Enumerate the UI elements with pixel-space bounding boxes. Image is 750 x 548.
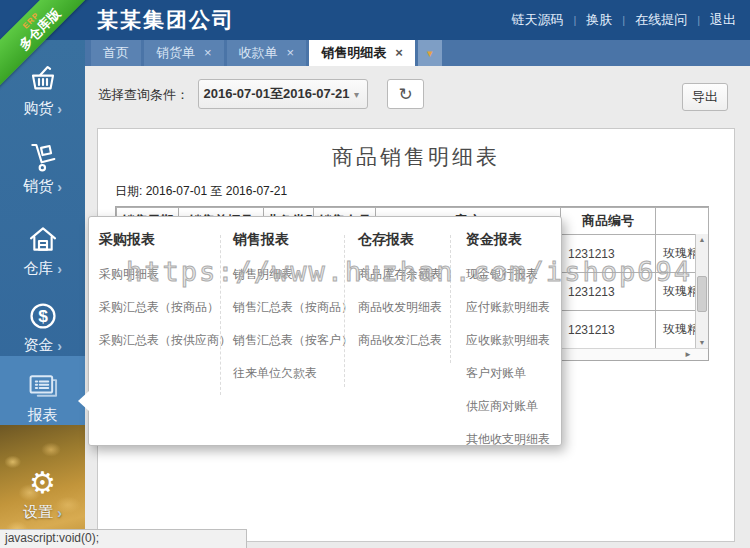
col-header-product-name (656, 208, 709, 235)
link-source[interactable]: 链天源码 (511, 11, 563, 29)
sidebar-item-label: 资金 (23, 336, 53, 355)
menu-item[interactable]: 销售明细表 (233, 258, 349, 291)
scroll-up-icon[interactable]: ▲ (696, 236, 708, 243)
gear-icon: ⚙ (29, 468, 56, 498)
sidebar-item-label: 仓库 (23, 259, 53, 278)
company-title: 某某集团公司 (97, 0, 235, 40)
refresh-button[interactable]: ↻ (387, 79, 424, 109)
chevron-right-icon: › (57, 341, 62, 351)
menu-item[interactable]: 销售汇总表（按客户） (233, 324, 349, 357)
menu-divider (450, 235, 451, 363)
erp-app-window: 某某集团公司 链天源码 | 换肤 | 在线提问 | 退出 ERP 多仓库版 购货… (0, 0, 750, 548)
menu-item[interactable]: 商品收发汇总表 (358, 324, 460, 357)
top-header-bar: 某某集团公司 链天源码 | 换肤 | 在线提问 | 退出 (0, 0, 750, 40)
menu-item[interactable]: 应收账款明细表 (466, 324, 560, 357)
link-divider: | (622, 14, 625, 26)
scroll-right-icon[interactable]: ► (684, 350, 692, 359)
menu-col-sales-reports: 销售报表 销售明细表 销售汇总表（按商品） 销售汇总表（按客户） 往来单位欠款表 (233, 231, 349, 390)
sidebar-nav: 购货› 销货› 仓库› $ (0, 40, 85, 548)
report-icon (26, 371, 60, 401)
chevron-right-icon: › (57, 508, 62, 518)
menu-col-purchase-reports: 采购报表 采购明细表 采购汇总表（按商品） 采购汇总表（按供应商） (99, 231, 221, 357)
menu-item[interactable]: 供应商对账单 (466, 390, 560, 423)
tab-label: 销售明细表 (321, 44, 386, 62)
sidebar-item-label: 购货 (23, 99, 53, 118)
chevron-right-icon: › (57, 104, 62, 114)
tab-sales-order[interactable]: 销货单 × (144, 40, 224, 66)
tab-receipt[interactable]: 收款单 × (227, 40, 307, 66)
vertical-scrollbar[interactable]: ▲ ▼ (695, 234, 708, 348)
refresh-icon: ↻ (398, 84, 412, 105)
basket-icon (27, 64, 59, 94)
col-header-product-code: 商品编号 (561, 208, 656, 235)
menu-col-title: 销售报表 (233, 231, 349, 249)
caret-down-icon: ▾ (427, 47, 433, 60)
date-range-value: 2016-07-01至2016-07-21 (199, 85, 354, 103)
sidebar-item-label: 设置 (23, 503, 53, 522)
link-divider: | (697, 14, 700, 26)
warehouse-icon (27, 224, 59, 254)
menu-item[interactable]: 销售汇总表（按商品） (233, 291, 349, 324)
tab-home[interactable]: 首页 (91, 40, 141, 66)
menu-col-title: 资金报表 (466, 231, 560, 249)
menu-item[interactable]: 往来单位欠款表 (233, 357, 349, 390)
dollar-glyph: $ (38, 306, 48, 326)
sidebar-item-warehouse[interactable]: 仓库› (0, 212, 85, 290)
sidebar-item-settings[interactable]: ⚙ 设置› (0, 458, 85, 532)
cell-product-code: 1231213 (561, 273, 656, 311)
caret-down-icon: ▾ (354, 89, 359, 100)
menu-item[interactable]: 其他收支明细表 (466, 423, 560, 456)
scrollbar-thumb[interactable] (697, 276, 707, 312)
menu-col-inventory-reports: 仓存报表 商品库存余额表 商品收发明细表 商品收发汇总表 (358, 231, 460, 357)
menu-item[interactable]: 采购汇总表（按供应商） (99, 324, 221, 357)
menu-col-title: 仓存报表 (358, 231, 460, 249)
chevron-right-icon: › (57, 264, 62, 274)
chevron-right-icon: › (57, 182, 62, 192)
tab-bar: 首页 销货单 × 收款单 × 销售明细表 × ▾ (85, 40, 750, 66)
tab-label: 首页 (103, 44, 129, 62)
tab-label: 销货单 (156, 44, 195, 62)
export-label: 导出 (692, 88, 718, 106)
export-button[interactable]: 导出 (682, 83, 728, 111)
menu-divider (344, 235, 345, 387)
handtruck-icon (27, 142, 59, 172)
link-online-help[interactable]: 在线提问 (635, 11, 687, 29)
menu-col-funds-reports: 资金报表 现金银行报表 应付账款明细表 应收账款明细表 客户对账单 供应商对账单… (466, 231, 560, 456)
menu-item[interactable]: 现金银行报表 (466, 258, 560, 291)
sidebar-item-sales[interactable]: 销货› (0, 130, 85, 208)
sidebar-item-label: 报表 (28, 406, 58, 425)
tab-sales-detail-active[interactable]: 销售明细表 × (309, 40, 415, 66)
reports-mega-menu: 采购报表 采购明细表 采购汇总表（按商品） 采购汇总表（按供应商） 销售报表 销… (88, 216, 562, 446)
cell-product-code: 1231213 (561, 235, 656, 273)
menu-callout-arrow (78, 391, 89, 411)
menu-item[interactable]: 商品收发明细表 (358, 291, 460, 324)
date-range-select[interactable]: 2016-07-01至2016-07-21 ▾ (198, 79, 368, 109)
dollar-circle-icon: $ (27, 301, 59, 331)
link-logout[interactable]: 退出 (710, 11, 736, 29)
menu-item[interactable]: 应付账款明细表 (466, 291, 560, 324)
status-link-tooltip: javascript:void(0); (0, 529, 247, 548)
sidebar-item-funds[interactable]: $ 资金› (0, 290, 85, 366)
report-date-line: 日期: 2016-07-01 至 2016-07-21 (115, 183, 287, 200)
tab-label: 收款单 (239, 44, 278, 62)
close-icon[interactable]: × (204, 47, 212, 59)
close-icon[interactable]: × (395, 47, 403, 59)
scroll-down-icon[interactable]: ▼ (696, 339, 708, 346)
tab-list-dropdown[interactable]: ▾ (418, 40, 442, 66)
link-divider: | (573, 14, 576, 26)
menu-item[interactable]: 商品库存余额表 (358, 258, 460, 291)
header-links: 链天源码 | 换肤 | 在线提问 | 退出 (511, 0, 736, 40)
menu-divider (220, 235, 221, 395)
close-icon[interactable]: × (287, 47, 295, 59)
report-title: 商品销售明细表 (98, 143, 734, 171)
cell-product-code: 1231213 (561, 311, 656, 349)
link-change-skin[interactable]: 换肤 (586, 11, 612, 29)
filter-label: 选择查询条件： (98, 86, 189, 104)
menu-item[interactable]: 采购汇总表（按商品） (99, 291, 221, 324)
menu-item[interactable]: 采购明细表 (99, 258, 221, 291)
menu-item[interactable]: 客户对账单 (466, 357, 560, 390)
sidebar-item-label: 销货 (23, 177, 53, 196)
menu-col-title: 采购报表 (99, 231, 221, 249)
